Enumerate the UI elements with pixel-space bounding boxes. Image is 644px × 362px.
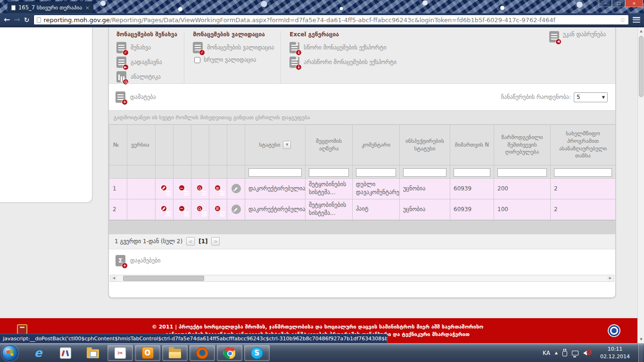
taskbar-chrome[interactable] xyxy=(217,345,242,361)
content-card: მონაცემების შენახვა ✓ შენახვა ► გადაგზავ… xyxy=(108,27,616,298)
back-icon[interactable]: ← xyxy=(4,16,10,24)
filter-input-status[interactable] xyxy=(248,168,302,177)
comment-link[interactable]: ჰაიტ xyxy=(353,199,400,220)
system-tray: KA ▲ 10:11 02.12.2014 xyxy=(543,344,644,362)
table-header-row: № ვერსია სტატუსი ▼ შეცდომის აღწერა კომენ… xyxy=(109,125,616,165)
paint-icon xyxy=(60,347,71,359)
filter-input-comment[interactable] xyxy=(356,168,396,177)
taskbar-libraries[interactable] xyxy=(80,345,106,361)
page-size-select[interactable]: 5 ▼ xyxy=(574,92,608,102)
send-button[interactable]: ► გადაგზავნა xyxy=(116,57,177,68)
add-row: + დამატება ჩანაწერების რაოდენობა: 5 ▼ xyxy=(109,84,615,110)
chrome-icon xyxy=(223,347,236,359)
comment-pencil-icon[interactable] xyxy=(231,205,241,214)
forward-icon[interactable]: → xyxy=(14,16,20,24)
power-plug-icon[interactable] xyxy=(562,351,567,356)
next-page-button[interactable]: > xyxy=(211,237,220,246)
libraries-folder-icon xyxy=(87,349,99,358)
taskbar-internet-explorer[interactable]: e xyxy=(25,345,51,361)
browser-tab[interactable]: 165_7 სხივური თერაპია × xyxy=(8,1,93,13)
filter-input-case-value[interactable] xyxy=(497,168,547,177)
analytics-chart-icon xyxy=(116,71,126,82)
start-button[interactable] xyxy=(2,345,18,361)
save-group: მონაცემების შენახვა ✓ შენახვა ► გადაგზავ… xyxy=(115,31,184,83)
taskbar-paint[interactable] xyxy=(53,345,78,361)
col-number[interactable]: № xyxy=(109,125,127,165)
col-comment[interactable]: კომენტარი xyxy=(353,125,400,165)
table-filter-row xyxy=(109,165,616,179)
scroll-left-icon[interactable]: ◀ xyxy=(110,275,117,281)
comment-pencil-icon[interactable] xyxy=(231,184,241,193)
col-error[interactable]: შეცდომის აღწერა xyxy=(305,125,353,165)
add-record-button[interactable]: + დამატება xyxy=(116,91,156,103)
current-page[interactable]: [1] xyxy=(198,238,207,245)
status-bar: javascript:__doPostBack('ctl00$cphConten… xyxy=(0,334,388,343)
error-link[interactable]: შეტყობინების სისტემა... xyxy=(305,199,353,220)
comment-link[interactable]: დუბლი დავაკომენტარე xyxy=(353,179,400,199)
excel-group: Excel გენერაცია ↓ სწორი მონაცემების ექსპ… xyxy=(281,31,403,83)
filter-input-state-amount[interactable] xyxy=(554,168,612,177)
go-back-button[interactable]: ◀ უკან დაბრუნება xyxy=(549,31,610,83)
taskbar-skype[interactable]: S xyxy=(244,345,270,361)
filter-input-error[interactable] xyxy=(309,168,349,177)
col-version[interactable]: ვერსია xyxy=(127,125,156,165)
maximize-button[interactable]: □ xyxy=(612,0,625,7)
filter-input-referral[interactable] xyxy=(454,168,490,177)
analytics-button[interactable]: ანალიტიკა xyxy=(116,71,177,82)
scroll-up-icon[interactable]: ▲ xyxy=(638,27,644,35)
page-viewport: მონაცემების შენახვა ✓ შენახვა ► გადაგზავ… xyxy=(0,27,644,343)
send-doc-icon: ► xyxy=(116,57,126,68)
prev-page-button[interactable]: < xyxy=(186,237,195,246)
table-row: 1 − ≡ დაკორექტირებულია შეტყობინების სისტ… xyxy=(109,179,616,199)
validation-group-title: მონაცემების ვალიდაცია xyxy=(193,31,274,38)
vertical-scroll-thumb[interactable] xyxy=(639,36,644,97)
validate-button[interactable]: ✓ მონაცემების ვალიდაცია xyxy=(193,42,274,53)
full-validation-row: სრული ვალიდაცია xyxy=(194,57,274,63)
horizontal-scrollbar[interactable]: ◀ ▶ xyxy=(110,275,614,282)
vertical-scrollbar[interactable]: ▲ ▼ xyxy=(637,27,644,343)
sigma-icon: Σ + xyxy=(116,255,125,266)
url-field[interactable]: reporting.moh.gov.ge/Reporting/Pages/Dat… xyxy=(33,15,629,25)
col-state-amount[interactable]: სახელმწიფო პროგრამით ასანაზღაურებელი თან… xyxy=(551,125,616,165)
col-status[interactable]: სტატუსი ▼ xyxy=(245,125,305,165)
scroll-down-icon[interactable]: ▼ xyxy=(638,336,644,343)
tab-close-icon[interactable]: × xyxy=(85,5,90,11)
horizontal-scroll-thumb[interactable] xyxy=(123,276,204,281)
network-icon[interactable] xyxy=(572,351,578,355)
totals-button[interactable]: Σ + დაჯამებები xyxy=(109,249,615,272)
full-validation-checkbox[interactable] xyxy=(194,57,200,63)
taskbar-file-explorer[interactable] xyxy=(162,345,188,361)
chrome-menu-icon[interactable] xyxy=(633,17,640,23)
minimize-button[interactable]: – xyxy=(599,0,612,7)
reload-icon[interactable]: ↻ xyxy=(24,16,30,24)
taskbar-firefox[interactable] xyxy=(190,345,215,361)
snipping-tool-icon: ✂ xyxy=(115,347,126,359)
bookmark-star-icon[interactable]: ☆ xyxy=(619,16,626,24)
windows-flag-icon xyxy=(6,350,13,356)
firefox-icon xyxy=(196,347,208,359)
pagination-info: 1 გვერდი 1-დან (სულ 2) xyxy=(115,238,182,245)
volume-muted-icon[interactable] xyxy=(583,349,592,357)
page-size-control: ჩანაწერების რაოდენობა: 5 ▼ xyxy=(501,92,608,102)
hidden-icons-chevron[interactable]: ▲ xyxy=(555,351,558,355)
export-valid-button[interactable]: ↓ სწორი მონაცემების ექსპორტი xyxy=(289,42,396,53)
scroll-right-icon[interactable]: ▶ xyxy=(607,275,614,281)
export-invalid-button[interactable]: ↓ არასწორი მონაცემების ექსპორტი xyxy=(289,57,396,68)
save-button[interactable]: ✓ შენახვა xyxy=(116,42,177,53)
taskbar-clock[interactable]: 10:11 02.12.2014 xyxy=(596,346,634,361)
col-case-value[interactable]: წარმოდგენილი შემთხვევის ღირებულება xyxy=(494,125,551,165)
col-inspection[interactable]: ინსპექტირების სტატუსი xyxy=(400,125,450,165)
filter-input-inspection[interactable] xyxy=(403,168,446,177)
address-bar: ← → ↻ reporting.moh.gov.ge/Reporting/Pag… xyxy=(0,13,644,27)
language-indicator[interactable]: KA xyxy=(543,350,550,356)
taskbar-outlook[interactable]: O xyxy=(135,345,160,361)
close-button[interactable]: × xyxy=(625,0,643,7)
taskbar-snipping-tool[interactable]: ✂ xyxy=(107,345,133,361)
group-hint-bar: გადმოიტანეთ ის სვეტი რომლის მიხედვითაც გ… xyxy=(109,110,615,124)
show-desktop-button[interactable] xyxy=(638,344,643,362)
usaid-seal-icon xyxy=(608,324,620,337)
col-referral[interactable]: მიმართვის N xyxy=(450,125,494,165)
error-link[interactable]: შეტყობინების სისტემა... xyxy=(305,179,353,199)
table-footer-strip xyxy=(109,220,615,234)
status-filter-dropdown-icon[interactable]: ▼ xyxy=(283,141,291,149)
